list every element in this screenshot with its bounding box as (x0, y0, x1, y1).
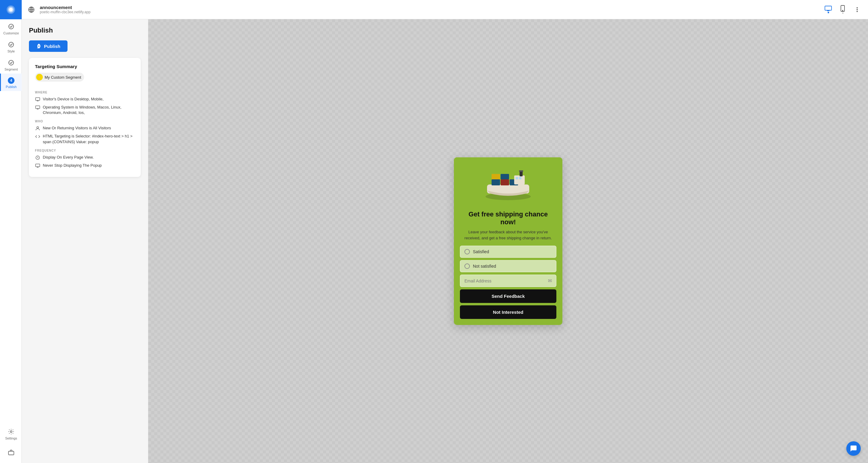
sidebar-item-customize-label: Customize (3, 31, 19, 35)
popup-body: Get free shipping chance now! Leave your… (454, 206, 562, 325)
popup-card: Get free shipping chance now! Leave your… (454, 157, 562, 325)
send-feedback-button[interactable]: Send Feedback (460, 289, 556, 303)
publish-button-label: Publish (44, 44, 60, 49)
svg-point-18 (857, 9, 858, 10)
email-placeholder: Email Address (464, 279, 548, 283)
where-device-row: Visitor's Device is Desktop, Mobile, (35, 96, 135, 102)
svg-point-3 (9, 24, 13, 29)
svg-rect-7 (8, 451, 14, 455)
who-html-text: HTML Targeting is Selector: #index-hero-… (43, 133, 135, 144)
popup-email-input-row[interactable]: Email Address ✉ (460, 275, 556, 287)
sidebar-item-segment[interactable]: Segment (0, 56, 22, 73)
popup-option-satisfied[interactable]: Satisfied (460, 246, 556, 258)
segment-check-icon (7, 59, 15, 66)
segment-badge: ⚡ My Custom Segment (35, 73, 84, 82)
svg-rect-24 (36, 106, 40, 109)
who-visitor-row: New Or Returning Visitors is All Visitor… (35, 125, 135, 131)
desktop-icon[interactable] (822, 4, 834, 16)
svg-point-2 (9, 8, 13, 11)
segment-name: My Custom Segment (44, 75, 81, 80)
style-check-icon (7, 41, 15, 48)
sidebar-item-customize[interactable]: Customize (0, 19, 22, 37)
not-interested-button[interactable]: Not Interested (460, 305, 556, 319)
frequency-stop-text: Never Stop Displaying The Popup (43, 163, 102, 168)
preview-area: Get free shipping chance now! Leave your… (148, 19, 868, 463)
topbar: announcement poetic-muffin-cbc3ee.netlif… (22, 0, 868, 19)
publish-panel-title: Publish (29, 27, 141, 34)
frequency-display-text: Display On Every Page View. (43, 155, 94, 160)
check-icon (7, 23, 15, 30)
topbar-site-name: announcement (40, 5, 90, 10)
svg-point-27 (37, 127, 38, 128)
logo-icon (6, 5, 16, 14)
segment-icon: ⚡ (36, 74, 43, 81)
rocket-icon (36, 43, 41, 49)
chat-bubble[interactable] (846, 441, 861, 456)
popup-heading: Get free shipping chance now! (460, 210, 556, 226)
sidebar-bottom: Settings (0, 425, 22, 463)
more-options-icon[interactable] (851, 4, 863, 16)
sidebar-item-segment-label: Segment (4, 67, 18, 71)
topbar-title-group: announcement poetic-muffin-cbc3ee.netlif… (40, 5, 90, 14)
svg-point-5 (9, 60, 13, 65)
targeting-title: Targeting Summary (35, 64, 135, 69)
email-icon: ✉ (548, 278, 552, 284)
sidebar-item-style[interactable]: Style (0, 37, 22, 56)
svg-rect-34 (492, 179, 500, 185)
where-label: WHERE (35, 91, 135, 94)
topbar-icons (822, 4, 863, 16)
sidebar-settings-label: Settings (5, 436, 17, 440)
who-label: WHO (35, 120, 135, 123)
frequency-stop-row: Never Stop Displaying The Popup (35, 163, 135, 168)
settings-icon (7, 428, 15, 435)
where-os-text: Operating System is Windows, Macos, Linu… (43, 104, 135, 116)
svg-point-17 (857, 7, 858, 8)
sidebar-item-briefcase[interactable] (0, 445, 22, 458)
svg-rect-35 (501, 179, 509, 185)
code-icon (35, 134, 40, 139)
globe-icon (27, 5, 36, 14)
svg-point-20 (38, 45, 39, 47)
svg-rect-43 (519, 170, 523, 172)
svg-point-6 (10, 431, 12, 433)
mobile-icon[interactable] (837, 4, 849, 16)
svg-rect-15 (841, 5, 844, 11)
ship-illustration (478, 162, 538, 201)
svg-rect-41 (519, 177, 521, 179)
svg-rect-12 (825, 6, 832, 10)
frequency-display-row: Display On Every Page View. (35, 155, 135, 160)
briefcase-icon (7, 449, 15, 456)
radio-satisfied[interactable] (464, 249, 470, 254)
radio-not-satisfied[interactable] (464, 264, 470, 269)
svg-rect-21 (36, 98, 40, 100)
clock-icon (35, 155, 40, 160)
svg-rect-39 (514, 176, 525, 184)
main-area: announcement poetic-muffin-cbc3ee.netlif… (22, 0, 868, 463)
popup-image-area (454, 157, 562, 206)
sidebar-item-settings[interactable]: Settings (0, 425, 22, 442)
chat-icon (850, 445, 857, 452)
who-visitor-text: New Or Returning Visitors is All Visitor… (43, 125, 111, 131)
where-os-row: Operating System is Windows, Macos, Linu… (35, 104, 135, 116)
publish-badge: 4 (8, 77, 14, 84)
topbar-site-url: poetic-muffin-cbc3ee.netlify.app (40, 10, 90, 14)
sidebar-item-publish[interactable]: 4 Publish (0, 73, 22, 91)
svg-rect-40 (516, 177, 518, 179)
publish-button[interactable]: Publish (29, 40, 67, 52)
popup-option-not-satisfied[interactable]: Not satisfied (460, 260, 556, 272)
popup-subtext: Leave your feedback about the service yo… (460, 229, 556, 241)
targeting-card: Targeting Summary ⚡ My Custom Segment WH… (29, 58, 141, 177)
sidebar-item-publish-label: Publish (6, 85, 17, 89)
who-html-row: HTML Targeting is Selector: #index-hero-… (35, 133, 135, 144)
svg-point-4 (9, 42, 13, 47)
frequency-label: FREQUENCY (35, 149, 135, 152)
person-icon (35, 126, 40, 131)
svg-rect-37 (492, 174, 500, 179)
sidebar: Customize Style Segment 4 Publish (0, 0, 22, 463)
app-logo[interactable] (0, 0, 22, 19)
device-icon (35, 97, 40, 102)
svg-point-19 (857, 11, 858, 12)
content-row: Publish Publish Targeting Summary ⚡ My C… (22, 19, 868, 463)
svg-rect-38 (501, 174, 509, 179)
where-device-text: Visitor's Device is Desktop, Mobile, (43, 96, 104, 102)
